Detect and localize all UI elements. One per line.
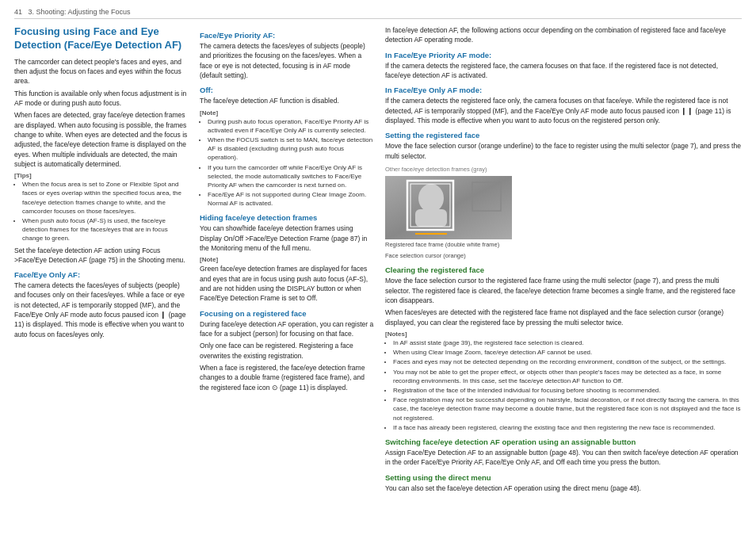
gray-frames-label: Other face/eye detection frames (gray) <box>385 166 524 174</box>
hide-desc: You can show/hide face/eye detection fra… <box>200 224 374 253</box>
switching-title: Switching face/eye detection AF operatio… <box>385 438 742 446</box>
mid-column: Face/Eye Priority AF: The camera detects… <box>200 25 374 527</box>
function-note: This function is available only when foc… <box>14 89 189 109</box>
clearing-note-item: Face registration may not be successful … <box>393 396 742 422</box>
hide-title: Hiding face/eye detection frames <box>200 213 374 222</box>
page-header: 41 3. Shooting: Adjusting the Focus <box>14 8 742 19</box>
focus-registered-desc: During face/eye detection AF operation, … <box>200 319 374 339</box>
clearing-title: Clearing the registered face <box>385 266 742 274</box>
switching-desc: Assign Face/Eye Detection AF to an assig… <box>385 448 742 468</box>
clearing-desc: Move the face selection cursor to the re… <box>385 276 742 305</box>
setting-registered-desc: Move the face selection cursor (orange u… <box>385 141 742 161</box>
face-only-desc: The camera detects the faces/eyes of sub… <box>14 281 189 339</box>
section-title: 3. Shooting: Adjusting the Focus <box>29 8 131 16</box>
note-item: If you turn the camcorder off while Face… <box>208 163 374 190</box>
detection-desc: When faces are detected, gray face/eye d… <box>14 110 189 169</box>
intro-text: The camcorder can detect people's faces … <box>14 57 189 86</box>
page-number: 41 <box>14 8 22 16</box>
focus-registered-desc3: When a face is registered, the face/eye … <box>200 363 374 392</box>
main-title: Focusing using Face and Eye Detection (F… <box>14 25 189 52</box>
tip-item: When push auto focus (AF-S) is used, the… <box>22 216 189 243</box>
clearing-desc2: When faces/eyes are detected with the re… <box>385 308 742 327</box>
registered-label: Registered face frame (double white fram… <box>385 241 524 250</box>
page-container: 41 3. Shooting: Adjusting the Focus Focu… <box>0 0 756 535</box>
focus-registered-desc2: Only one face can be registered. Registe… <box>200 341 374 361</box>
note-item: During push auto focus operation, Face/E… <box>208 117 374 135</box>
cursor-label: Face selection cursor (orange) <box>385 252 524 261</box>
priority-mode-title: In Face/Eye Priority AF mode: <box>385 51 742 59</box>
content-area: Focusing using Face and Eye Detection (F… <box>14 25 742 527</box>
direct-menu-title: Setting using the direct menu <box>385 473 742 482</box>
svg-point-1 <box>418 184 444 212</box>
note-item: When the FOCUS switch is set to MAN, fac… <box>208 136 374 162</box>
priority-desc: The camera detects the faces/eyes of sub… <box>200 41 374 80</box>
left-column: Focusing using Face and Eye Detection (F… <box>14 25 189 527</box>
tips-list: When the focus area is set to Zone or Fl… <box>14 180 189 243</box>
note2-text: Green face/eye detection frames are disp… <box>200 264 374 303</box>
clearing-notes-label: [Notes] <box>385 331 742 338</box>
svg-rect-2 <box>415 209 447 227</box>
only-mode-title: In Face/Eye Only AF mode: <box>385 86 742 94</box>
setting-registered-title: Setting the registered face <box>385 131 742 139</box>
note-label: [Note] <box>200 109 374 117</box>
note-item: Face/Eye AF is not supported during Clea… <box>208 190 374 208</box>
clearing-note-item: Faces and eyes may not be detected depen… <box>393 357 742 366</box>
face-svg <box>385 176 512 239</box>
notes-list: During push auto focus operation, Face/E… <box>200 117 374 208</box>
only-mode-desc: If the camera detects the registered fac… <box>385 96 742 125</box>
face-only-title: Face/Eye Only AF: <box>14 270 189 279</box>
clearing-note-item: When using Clear Image Zoom, face/eye de… <box>393 348 742 357</box>
off-title: Off: <box>200 86 374 94</box>
tips-label: [Tips] <box>14 172 189 179</box>
right-column: In face/eye detection AF, the following … <box>385 25 742 527</box>
clearing-note-item: You may not be able to get the proper ef… <box>393 368 742 385</box>
face-image <box>385 176 512 239</box>
priority-mode-desc: If the camera detects the registered fac… <box>385 61 742 81</box>
set-desc: Set the face/eye detection AF action usi… <box>14 246 189 266</box>
priority-title: Face/Eye Priority AF: <box>200 31 374 40</box>
off-desc: The face/eye detection AF function is di… <box>200 96 374 105</box>
clearing-note-item: If a face has already been registered, c… <box>393 423 742 432</box>
clearing-note-item: In AF assist state (page 39), the regist… <box>393 338 742 347</box>
clearing-notes-list: In AF assist state (page 39), the regist… <box>385 338 742 432</box>
clearing-note-item: Registration of the face of the intended… <box>393 386 742 395</box>
note2-label: [Note] <box>200 256 374 263</box>
focus-registered-title: Focusing on a registered face <box>200 309 374 318</box>
tip-item: When the focus area is set to Zone or Fl… <box>22 180 189 216</box>
direct-menu-desc: You can also set the face/eye detection … <box>385 483 742 493</box>
inface-title: In face/eye detection AF, the following … <box>385 25 742 45</box>
face-image-container: Other face/eye detection frames (gray) <box>385 166 524 261</box>
